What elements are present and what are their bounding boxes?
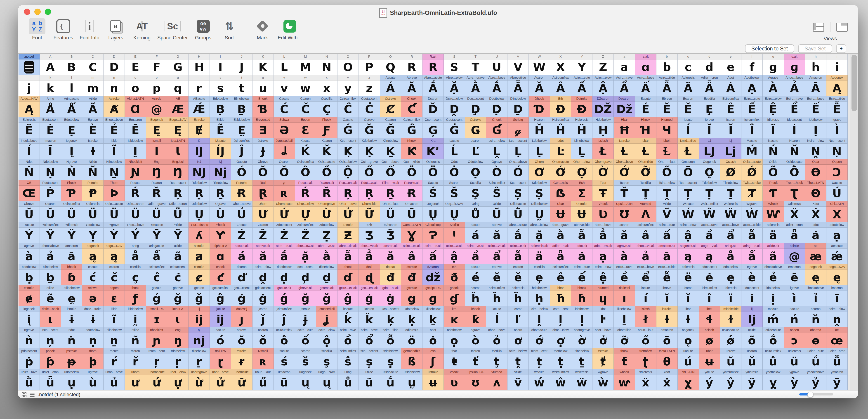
glyph-cell[interactable]: eopenɛ	[103, 285, 125, 306]
glyph-cell[interactable]: nco…ccentņ	[40, 327, 61, 348]
glyph-cell[interactable]: ZdotbelowẒ	[316, 222, 338, 243]
glyph-cell[interactable]: Gco…ccentĢ	[423, 117, 444, 138]
glyph-cell[interactable]: udier…aronǚ	[827, 348, 848, 369]
close-button[interactable]	[24, 8, 30, 15]
glyph-cell[interactable]: eogo…NAVę	[827, 264, 848, 285]
glyph-cell[interactable]: hhookɦ	[571, 285, 592, 306]
glyph-cell[interactable]: Tretr…hookƮ	[784, 180, 805, 201]
glyph-cell[interactable]: YtildeỸ	[167, 222, 188, 243]
glyph-cell[interactable]: aringå	[125, 243, 146, 264]
glyph-cell[interactable]: jcaronǰ	[252, 306, 274, 327]
glyph-cell[interactable]: IJIJ	[188, 138, 210, 159]
glyph-cell[interactable]: Tco…accentȚ	[678, 180, 699, 201]
glyph-cell[interactable]: ocirc…elowộ	[316, 327, 338, 348]
glyph-cell[interactable]: Adier…cronǞ	[699, 75, 720, 96]
glyph-cell[interactable]: nacuteń	[784, 306, 805, 327]
glyph-cell[interactable]: ZacuteŹ	[231, 222, 252, 243]
glyph-cell[interactable]: NN	[316, 54, 338, 75]
glyph-cell[interactable]: eshʃ	[423, 348, 444, 369]
glyph-cell[interactable]: kcaronǩ	[359, 306, 380, 327]
glyph-cell[interactable]: HdotbelowḤ	[592, 117, 614, 138]
glyph-cell[interactable]: UU	[486, 54, 507, 75]
glyph-cell[interactable]: ucaronǔ	[741, 348, 763, 369]
glyph-cell[interactable]: rcom…centŗ	[146, 348, 167, 369]
glyph-cell[interactable]: njnj	[188, 327, 210, 348]
glyph-cell[interactable]: aa	[614, 54, 635, 75]
glyph-cell[interactable]: hh	[805, 54, 827, 75]
glyph-cell[interactable]: LstrokeȽ	[614, 138, 635, 159]
glyph-cell[interactable]: AcircumflexÂ	[550, 75, 571, 96]
glyph-cell[interactable]: OogonekǪ	[699, 159, 720, 180]
glyph-cell[interactable]: AgraveÀ	[763, 75, 784, 96]
glyph-cell[interactable]: Tcirc…elowṰ	[656, 180, 678, 201]
glyph-cell[interactable]: OopenƆ	[827, 159, 848, 180]
glyph-cell[interactable]: ecirc…elowệ	[592, 264, 614, 285]
glyph-cell[interactable]: EogonekĘ	[146, 117, 167, 138]
glyph-cell[interactable]: Twit…strokeȾ	[741, 180, 763, 201]
glyph-cell[interactable]: AmacronĀ	[805, 75, 827, 96]
minimize-button[interactable]	[34, 8, 41, 15]
glyph-cell[interactable]: gstrokeǥ	[401, 285, 423, 306]
glyph-cell[interactable]: LbarȽ	[635, 138, 656, 159]
glyph-cell[interactable]: udier…cuteǘ	[805, 348, 827, 369]
glyph-cell[interactable]: ubarʉ	[699, 348, 720, 369]
glyph-cell[interactable]: icaronǐ	[678, 285, 699, 306]
glyph-cell[interactable]: Udie…acronǕ	[167, 201, 188, 222]
glyph-cell[interactable]: EdotaccentĖ	[40, 117, 61, 138]
glyph-cell[interactable]: dotle…onekɩ	[40, 306, 61, 327]
add-set-button[interactable]: +	[836, 44, 846, 53]
glyph-cell[interactable]: ItildebelowḬ	[125, 138, 146, 159]
glyph-cell[interactable]: adotȧ	[805, 222, 827, 243]
glyph-cell[interactable]: DzcaronDž	[614, 96, 635, 117]
glyph-cell[interactable]: abre…de.altẵ	[338, 243, 359, 264]
glyph-cell[interactable]: oo	[125, 75, 146, 96]
glyph-cell[interactable]: yhookaboveỷ	[805, 369, 827, 390]
glyph-cell[interactable]: etildeẽ	[40, 285, 61, 306]
glyph-cell[interactable]: odieresisö	[401, 327, 423, 348]
glyph-cell[interactable]: obreveŏ	[231, 327, 252, 348]
glyph-cell[interactable]: scedillaş	[316, 348, 338, 369]
glyph-cell[interactable]: LdotbelowḶ	[529, 138, 550, 159]
glyph-cell[interactable]: UbreveŬ	[19, 201, 40, 222]
glyph-cell[interactable]: RdotbelowṚ	[188, 180, 210, 201]
glyph-cell[interactable]: abre…boveẳ	[592, 222, 614, 243]
glyph-cell[interactable]: ZcaronŽ	[252, 222, 274, 243]
glyph-cell[interactable]: WdieresisẄ	[720, 201, 741, 222]
glyph-cell[interactable]: otildeacuteṍ	[763, 327, 784, 348]
glyph-cell[interactable]: agrave.altà	[614, 243, 635, 264]
glyph-cell[interactable]: kraĸ	[444, 306, 465, 327]
glyph-cell[interactable]: OmacronŌ	[678, 159, 699, 180]
glyph-cell[interactable]: AstrokeȺ	[103, 96, 125, 117]
glyph-cell[interactable]: CstrokeȻ	[380, 96, 401, 117]
glyph-cell[interactable]: IstrokeƗ	[82, 138, 103, 159]
glyph-cell[interactable]: uhoo…boveủ	[103, 369, 125, 390]
glyph-cell[interactable]: AbrevetildeẴ	[507, 75, 529, 96]
glyph-cell[interactable]: AEacuteǼ	[188, 96, 210, 117]
glyph-cell[interactable]: hbarħ	[550, 285, 571, 306]
glyph-cell[interactable]: TlinebelowṮ	[720, 180, 741, 201]
glyph-cell[interactable]: ecircumflexê	[550, 264, 571, 285]
glyph-cell[interactable]: dcroatđ	[380, 264, 401, 285]
toolbar-kerning-button[interactable]: AT Kerning	[131, 18, 153, 41]
glyph-cell[interactable]: adier…cronǟ	[784, 222, 805, 243]
glyph-cell[interactable]: yacuteý	[699, 369, 720, 390]
glyph-cell[interactable]: Ocir…aboveỔ	[380, 159, 401, 180]
glyph-cell[interactable]: EcaronĚ	[678, 96, 699, 117]
glyph-cell[interactable]: OEŒ	[19, 180, 40, 201]
glyph-cell[interactable]: LdotĿ	[550, 138, 571, 159]
glyph-cell[interactable]: tdotbelowṭ	[550, 348, 571, 369]
glyph-cell[interactable]: adier…n.altǟ	[550, 243, 571, 264]
glyph-cell[interactable]: acirc…ex.altâ	[401, 243, 423, 264]
toolbar-groups-button[interactable]: oevw Groups	[192, 18, 214, 41]
glyph-cell[interactable]: YcircumflexŶ	[40, 222, 61, 243]
glyph-cell[interactable]: JcircumflexĴ	[231, 138, 252, 159]
glyph-cell[interactable]: EzhcaronǮ	[380, 222, 401, 243]
glyph-cell[interactable]: KacuteḰ	[295, 138, 316, 159]
glyph-cell[interactable]: dd	[699, 54, 720, 75]
glyph-cell[interactable]: UhornƯ	[252, 201, 274, 222]
glyph-cell[interactable]: Abre…graveẰ	[465, 75, 486, 96]
glyph-cell[interactable]: aringacuteǻ	[146, 243, 167, 264]
glyph-cell[interactable]: aogo…V.altą	[699, 243, 720, 264]
glyph-cell[interactable]: NJNJ	[188, 159, 210, 180]
glyph-cell[interactable]: tbarŧ	[444, 348, 465, 369]
